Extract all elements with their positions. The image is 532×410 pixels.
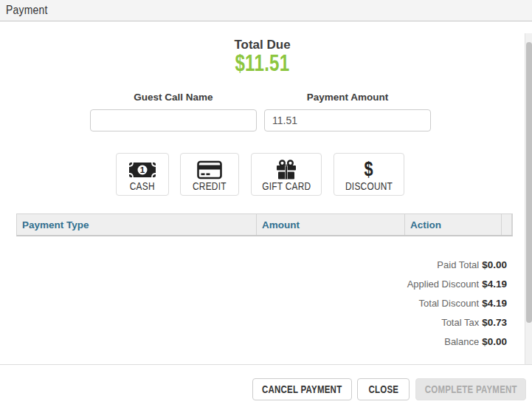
column-header-action[interactable]: Action	[405, 214, 502, 235]
gift-card-button-label: GIFT CARD	[262, 180, 311, 192]
column-header-amount[interactable]: Amount	[257, 214, 405, 235]
svg-text:1: 1	[140, 165, 145, 174]
summary-label: Paid Total	[437, 259, 479, 270]
credit-button-label: CREDIT	[193, 180, 227, 192]
summary-row-balance: Balance$0.00	[0, 333, 507, 352]
payment-amount-input[interactable]	[264, 109, 431, 131]
summary-value: $4.19	[482, 298, 507, 309]
guest-call-name-field: Guest Call Name	[90, 92, 257, 131]
column-header-payment-type[interactable]: Payment Type	[17, 214, 257, 235]
gift-card-button[interactable]: GIFT CARD	[251, 153, 322, 196]
credit-card-icon	[197, 160, 222, 180]
vertical-scrollbar[interactable]	[525, 33, 532, 364]
scrollbar-thumb[interactable]	[526, 42, 532, 323]
summary-row-applied-discount: Applied Discount$4.19	[0, 276, 507, 295]
dialog-title: Payment	[6, 3, 48, 18]
payment-dialog: Payment Total Due $11.51 Guest Call Name…	[0, 0, 532, 410]
column-header-spacer	[502, 214, 512, 235]
complete-payment-button[interactable]: COMPLETE PAYMENT	[415, 378, 526, 400]
dollar-icon: $	[363, 160, 374, 180]
summary-value: $0.00	[482, 259, 507, 270]
dialog-titlebar: Payment	[0, 0, 532, 21]
guest-call-name-input[interactable]	[90, 109, 257, 131]
summary-value: $0.73	[482, 317, 507, 328]
dialog-footer: CANCEL PAYMENT CLOSE COMPLETE PAYMENT	[0, 364, 532, 410]
payment-amount-field: Payment Amount	[264, 92, 431, 131]
payments-table-header: Payment Type Amount Action	[16, 213, 513, 236]
summary-label: Total Discount	[419, 298, 480, 309]
summary-value: $0.00	[482, 336, 507, 347]
close-button[interactable]: CLOSE	[357, 378, 410, 400]
discount-button-label: DISCOUNT	[345, 180, 393, 192]
summary-value: $4.19	[482, 279, 507, 290]
summary-row-total-discount: Total Discount$4.19	[0, 295, 507, 314]
discount-button[interactable]: $ DISCOUNT	[334, 153, 404, 196]
summary-label: Total Tax	[441, 317, 479, 328]
payment-amount-label: Payment Amount	[264, 92, 431, 103]
cash-button[interactable]: 1 CASH	[116, 153, 169, 196]
gift-icon	[275, 160, 297, 180]
cash-button-label: CASH	[130, 180, 155, 192]
summary-label: Applied Discount	[407, 279, 480, 290]
cash-icon: 1	[128, 160, 156, 180]
guest-call-name-label: Guest Call Name	[90, 92, 257, 103]
summary-label: Balance	[444, 336, 479, 347]
credit-button[interactable]: CREDIT	[180, 153, 239, 196]
total-due-amount: $11.51	[0, 50, 525, 77]
summary-row-total-tax: Total Tax$0.73	[0, 314, 507, 333]
summary-row-paid-total: Paid Total$0.00	[0, 256, 507, 276]
totals-summary: Paid Total$0.00 Applied Discount$4.19 To…	[0, 256, 507, 352]
cancel-payment-button[interactable]: CANCEL PAYMENT	[252, 378, 352, 400]
